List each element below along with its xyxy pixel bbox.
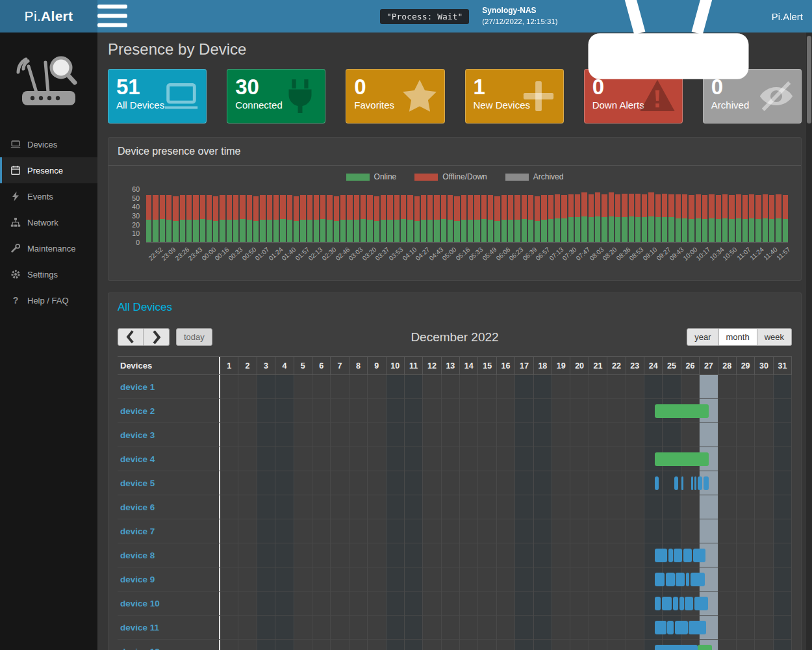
summary-box-new-devices[interactable]: 1New Devices (465, 69, 564, 124)
sidebar-item-maintenance[interactable]: Maintenance (0, 235, 97, 261)
sidebar-toggle-button[interactable] (97, 0, 127, 32)
presence-event-online[interactable] (655, 452, 709, 466)
day-cell (460, 375, 478, 398)
summary-box-favorites[interactable]: 0Favorites (346, 69, 444, 124)
day-cell (607, 423, 626, 447)
presence-event-session[interactable] (655, 549, 667, 562)
sidebar-item-events[interactable]: Events (0, 183, 97, 209)
presence-event-session[interactable] (691, 476, 692, 490)
chart-bar (648, 189, 653, 242)
presence-event-session[interactable] (675, 621, 688, 634)
presence-event-session[interactable] (655, 621, 666, 634)
day-cell (460, 495, 478, 519)
presence-event-session[interactable] (655, 645, 698, 650)
summary-box-connected[interactable]: 30Connected (227, 69, 325, 124)
today-button[interactable]: today (176, 328, 212, 346)
day-cell (737, 567, 755, 591)
presence-event-session[interactable] (655, 597, 661, 610)
app-logo[interactable]: Pi.Alert (0, 0, 97, 32)
presence-event-session[interactable] (668, 549, 673, 562)
presence-event-online[interactable] (655, 404, 709, 418)
x-tick: 03:53 (387, 244, 400, 274)
presence-event-session[interactable] (655, 573, 665, 586)
chart-bar (481, 189, 487, 242)
day-cell (405, 640, 423, 650)
day-cell (257, 423, 275, 447)
device-link[interactable]: device 10 (118, 592, 220, 615)
chart-bar (193, 189, 198, 242)
day-cell (442, 640, 460, 650)
view-week-button[interactable]: week (757, 328, 792, 346)
presence-event-session[interactable] (704, 476, 709, 490)
day-cell (294, 399, 312, 422)
device-link[interactable]: device 5 (118, 471, 220, 495)
x-tick: 01:07 (253, 244, 267, 274)
day-cell (331, 616, 349, 639)
device-link[interactable]: device 2 (118, 399, 220, 422)
sidebar-item-help-faq[interactable]: ?Help / FAQ (0, 287, 97, 313)
summary-box-all-devices[interactable]: 51All Devices (108, 69, 207, 124)
day-cell (755, 616, 773, 639)
device-link[interactable]: device 7 (118, 519, 220, 543)
chart-bar (294, 189, 299, 242)
legend-item-offline-down: Offline/Down (414, 172, 487, 181)
scrollbar-thumb[interactable] (807, 36, 811, 124)
sidebar-item-presence[interactable]: Presence (0, 157, 97, 183)
page-scrollbar[interactable] (806, 32, 812, 650)
device-link[interactable]: device 1 (118, 375, 220, 398)
presence-event-session[interactable] (689, 621, 706, 634)
presence-event-session[interactable] (691, 573, 705, 586)
sidebar-item-network[interactable]: Network (0, 209, 97, 235)
presence-event-session[interactable] (655, 476, 659, 490)
day-cell (718, 399, 737, 422)
next-month-button[interactable] (144, 328, 170, 346)
presence-event-session[interactable] (662, 597, 672, 610)
presence-event-session[interactable] (674, 549, 682, 562)
view-year-button[interactable]: year (687, 328, 718, 346)
sidebar-item-settings[interactable]: Settings (0, 261, 97, 287)
presence-event-session[interactable] (694, 476, 696, 490)
presence-event-session[interactable] (685, 597, 693, 610)
chart-bar (253, 189, 259, 242)
day-cell (460, 399, 478, 422)
chart-bar (227, 189, 232, 242)
device-link[interactable]: device 12 (118, 640, 220, 650)
day-header: 8 (349, 357, 368, 374)
presence-event-session[interactable] (698, 476, 702, 490)
day-cell (349, 543, 368, 567)
day-cell (515, 423, 533, 447)
chart-bar (347, 189, 352, 242)
presence-event-online[interactable] (698, 645, 711, 650)
presence-event-session[interactable] (673, 597, 679, 610)
chart-bar (153, 189, 158, 242)
day-cell (515, 616, 533, 639)
chart-bar (340, 189, 346, 242)
view-month-button[interactable]: month (719, 328, 757, 346)
device-link[interactable]: device 11 (118, 616, 220, 639)
pialert-logo-graphic (0, 32, 97, 131)
calendar-header-row: Devices 12345678910111213141516171819202… (118, 356, 792, 375)
presence-event-session[interactable] (681, 476, 683, 490)
presence-event-session[interactable] (666, 573, 675, 586)
sidebar-item-devices[interactable]: Devices (0, 131, 97, 157)
legend-item-archived: Archived (505, 172, 564, 181)
device-link[interactable]: device 3 (118, 423, 220, 447)
day-cell (774, 592, 792, 615)
device-link[interactable]: device 6 (118, 495, 220, 519)
chart-bar (655, 189, 661, 242)
device-link[interactable]: device 9 (118, 567, 220, 591)
prev-month-button[interactable] (118, 328, 144, 346)
presence-event-session[interactable] (674, 476, 678, 490)
presence-event-session[interactable] (676, 573, 685, 586)
presence-event-session[interactable] (686, 573, 690, 586)
presence-event-session[interactable] (683, 549, 692, 562)
presence-event-session[interactable] (694, 597, 708, 610)
day-cell (331, 519, 349, 543)
day-cell (368, 640, 386, 650)
presence-event-session[interactable] (693, 549, 705, 562)
presence-event-session[interactable] (667, 621, 674, 634)
presence-event-session[interactable] (679, 597, 684, 610)
device-link[interactable]: device 4 (118, 447, 220, 471)
device-link[interactable]: device 8 (118, 543, 220, 567)
topbar-app-brand[interactable]: Pi.Alert (571, 0, 803, 91)
